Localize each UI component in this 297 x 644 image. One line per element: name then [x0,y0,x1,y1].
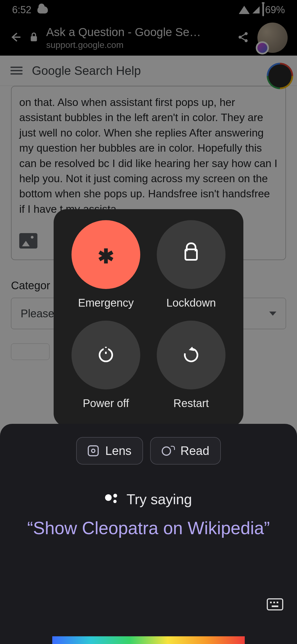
assistant-sheet: Lens Read Try saying “Show Cleopatra on … [0,424,297,644]
emergency-icon: ✱ [98,246,114,266]
read-chip[interactable]: Read [150,437,221,465]
assistant-listening-bar [52,636,245,644]
assistant-suggestion[interactable]: “Show Cleopatra on Wikipedia” [16,517,281,540]
restart-button[interactable]: Restart [150,321,232,418]
assistant-logo-icon [105,494,119,505]
restart-icon [181,345,201,365]
lockdown-button[interactable]: Lockdown [150,220,232,318]
emergency-button[interactable]: ✱ Emergency [65,220,147,318]
power-off-button[interactable]: Power off [65,321,147,418]
lockdown-label: Lockdown [166,297,216,309]
lens-icon [88,445,99,456]
restart-label: Restart [174,397,209,410]
emergency-label: Emergency [78,297,134,309]
power-off-label: Power off [83,397,129,410]
lens-chip[interactable]: Lens [76,437,143,465]
try-saying-label: Try saying [127,491,192,507]
read-aloud-icon [162,445,174,457]
lock-icon [185,249,198,261]
read-label: Read [180,444,209,458]
power-icon [99,348,113,362]
lens-label: Lens [105,444,131,458]
power-menu: ✱ Emergency Lockdown Power off Restart [54,209,243,427]
keyboard-button[interactable] [267,598,283,610]
